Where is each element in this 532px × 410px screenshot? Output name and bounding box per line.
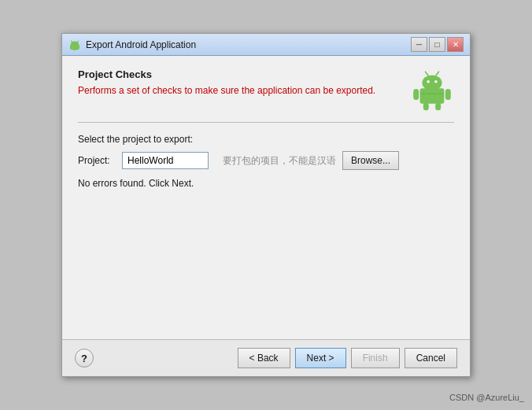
back-button[interactable]: < Back (238, 348, 290, 368)
description-text: Performs a set of checks to make sure th… (78, 85, 397, 96)
svg-point-8 (427, 80, 430, 83)
minimize-button[interactable]: ─ (411, 37, 427, 52)
window-icon (68, 39, 81, 51)
svg-point-7 (422, 75, 441, 90)
content-area: Project Checks Performs a set of checks … (62, 56, 470, 339)
svg-rect-15 (423, 102, 429, 110)
svg-rect-13 (413, 89, 419, 100)
watermark: CSDN @AzureLiu_ (449, 393, 524, 402)
nav-buttons: < Back Next > Finish Cancel (238, 348, 457, 368)
select-label: Select the project to export: (78, 134, 454, 145)
project-label: Project: (78, 155, 116, 166)
browse-button[interactable]: Browse... (342, 151, 399, 170)
bottom-bar: ? < Back Next > Finish Cancel (62, 339, 470, 376)
close-button[interactable]: ✕ (447, 37, 464, 52)
svg-point-6 (71, 41, 79, 46)
help-button[interactable]: ? (75, 349, 94, 368)
header-row: Project Checks Performs a set of checks … (78, 68, 454, 113)
section-title: Project Checks (78, 68, 397, 80)
cancel-button[interactable]: Cancel (405, 348, 457, 368)
title-buttons: ─ □ ✕ (411, 37, 464, 52)
main-window: Export Android Application ─ □ ✕ Project… (61, 33, 471, 377)
svg-point-9 (434, 80, 438, 83)
svg-rect-14 (445, 89, 451, 100)
project-row: Project: 要打包的项目，不能是汉语 Browse... (78, 151, 454, 170)
finish-button[interactable]: Finish (351, 348, 400, 368)
svg-rect-16 (435, 102, 441, 110)
header-text-block: Project Checks Performs a set of checks … (78, 68, 397, 96)
project-input[interactable] (122, 152, 209, 169)
android-robot-icon (410, 68, 454, 113)
status-text: No errors found. Click Next. (78, 178, 454, 189)
divider (78, 122, 454, 123)
next-button[interactable]: Next > (295, 348, 346, 368)
title-bar: Export Android Application ─ □ ✕ (62, 34, 470, 56)
svg-line-10 (426, 72, 429, 76)
svg-rect-12 (420, 88, 445, 104)
window-title: Export Android Application (86, 39, 196, 50)
svg-line-11 (436, 72, 439, 76)
maximize-button[interactable]: □ (429, 37, 445, 52)
title-bar-left: Export Android Application (68, 39, 196, 51)
hint-text: 要打包的项目，不能是汉语 (223, 154, 336, 168)
